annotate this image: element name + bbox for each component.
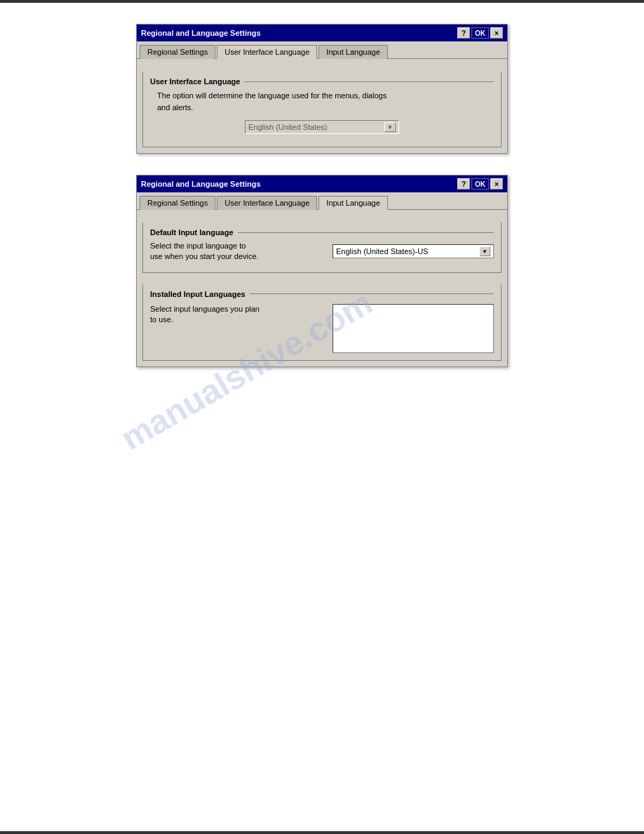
dialog1-description: The option will determine the language u… (150, 90, 494, 113)
tab-regional-settings-2[interactable]: Regional Settings (140, 196, 215, 210)
dialog1-body: User Interface Language The option will … (137, 59, 507, 153)
dialog2-default-lang-row: Select the input language touse when you… (150, 241, 494, 263)
dialog2-dropdown-arrow-icon: ▼ (479, 246, 490, 256)
dialog1-help-button[interactable]: ? (457, 27, 470, 39)
dialog2-ok-button[interactable]: OK (471, 178, 489, 190)
dialog2-titlebar-buttons: ? OK × (457, 178, 503, 190)
dialog1-titlebar: Regional and Language Settings ? OK × (137, 25, 507, 41)
dialog2-body: Default Input language Select the input … (137, 210, 507, 366)
tab-user-interface-language-1[interactable]: User Interface Language (217, 45, 317, 59)
dialog2: Regional and Language Settings ? OK × Re… (136, 175, 508, 367)
dialog1-dropdown-container: English (United States) ▼ (150, 120, 494, 134)
dialog2-titlebar: Regional and Language Settings ? OK × (137, 176, 507, 192)
bottom-border (0, 831, 644, 834)
dialog2-default-group: Default Input language Select the input … (142, 223, 502, 273)
dialog1-titlebar-buttons: ? OK × (457, 27, 503, 39)
tab-input-language-2[interactable]: Input Language (318, 196, 387, 210)
tab-user-interface-language-2[interactable]: User Interface Language (217, 196, 317, 210)
dialog2-installed-group: Installed Input Languages Select input l… (142, 284, 502, 361)
dialog1-title: Regional and Language Settings (141, 29, 457, 37)
dialog2-default-description: Select the input language touse when you… (150, 241, 259, 263)
dialog2-default-group-label: Default Input language (150, 228, 494, 237)
dialog1-dropdown-arrow-icon: ▼ (384, 122, 396, 132)
dialog2-tabs: Regional Settings User Interface Languag… (137, 192, 507, 210)
tab-input-language-1[interactable]: Input Language (318, 45, 387, 59)
dialog1-group-box: User Interface Language The option will … (142, 72, 502, 147)
tab-regional-settings-1[interactable]: Regional Settings (140, 45, 215, 59)
dialog2-default-language-dropdown[interactable]: English (United States)-US ▼ (333, 244, 494, 258)
dialog1-language-dropdown[interactable]: English (United States) ▼ (245, 120, 399, 134)
dialog2-close-button[interactable]: × (490, 178, 503, 190)
dialog2-installed-lang-row: Select input languages you planto use. (150, 304, 494, 353)
dialog2-installed-description: Select input languages you planto use. (150, 304, 260, 326)
dialog1-close-button[interactable]: × (490, 27, 503, 39)
dialog1: Regional and Language Settings ? OK × Re… (136, 24, 508, 154)
dialog2-installed-group-label: Installed Input Languages (150, 290, 494, 298)
dialog1-tabs: Regional Settings User Interface Languag… (137, 41, 507, 59)
page-content: Regional and Language Settings ? OK × Re… (0, 3, 644, 388)
dialog2-installed-language-list[interactable] (333, 304, 494, 353)
dialog2-help-button[interactable]: ? (457, 178, 470, 190)
dialog1-ok-button[interactable]: OK (471, 27, 489, 39)
dialog1-group-label: User Interface Language (150, 77, 494, 86)
dialog2-title: Regional and Language Settings (141, 180, 457, 188)
